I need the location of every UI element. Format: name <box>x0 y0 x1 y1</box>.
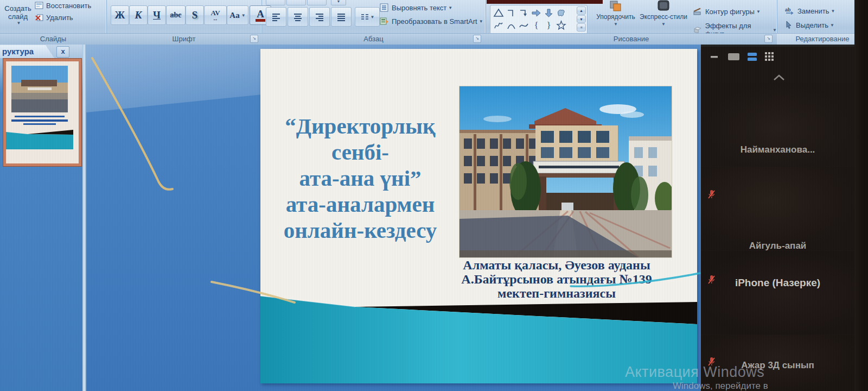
slide-editor[interactable]: “Директорлық сенбі- ата-ана үні” ата-ана… <box>260 49 697 383</box>
gallery-view-icon[interactable] <box>748 53 757 61</box>
align-right-button[interactable] <box>309 7 330 27</box>
ribbon-group-paragraph: ▼ ▼ Выровнять текст ▼ <box>261 0 486 45</box>
cursor-select-icon <box>784 21 793 29</box>
slides-outline-panel: руктура x <box>0 45 82 391</box>
zoom-meeting-panel: Найманханова... Айгуль-апай iPhone (Назе… <box>701 47 854 391</box>
participant-tile[interactable]: Айгуль-апай <box>701 167 854 250</box>
shape-outline-icon <box>693 8 703 16</box>
screen: Создать слайд ▼ Восстановить Удалить Сла… <box>0 0 868 391</box>
replace-button[interactable]: ab Заменить ▼ <box>784 7 835 15</box>
bold-button[interactable]: Ж <box>111 5 129 25</box>
title-line: ата-аналармен <box>260 191 460 217</box>
new-slide-label: Создать <box>4 4 31 12</box>
chevron-down-icon: ▼ <box>614 22 618 27</box>
align-left-icon <box>271 12 281 21</box>
shapes-scroll-down[interactable]: ▼ <box>577 15 586 23</box>
chevron-down-icon: ▼ <box>448 5 452 10</box>
select-button[interactable]: Выделить ▼ <box>784 21 834 29</box>
shape-freeform-icon[interactable] <box>556 8 567 18</box>
title-line: “Директорлық <box>260 113 460 139</box>
paragraph-dialog-launcher[interactable]: ↘ <box>473 35 481 43</box>
change-case-button[interactable]: Aa▼ <box>227 5 248 25</box>
shape-right-arrow-icon[interactable] <box>531 8 542 18</box>
chevron-down-icon: ▼ <box>830 23 834 28</box>
delete-icon <box>35 14 44 22</box>
grid-view-icon[interactable] <box>765 52 775 62</box>
participant-tile[interactable]: iPhone (Назерке) <box>701 251 854 335</box>
chevron-down-icon: ▼ <box>17 21 21 26</box>
speaker-view-icon[interactable] <box>728 53 740 61</box>
justify-button[interactable] <box>331 7 352 27</box>
restore-button[interactable]: Восстановить <box>35 2 91 10</box>
slides-group-label: Слайды <box>0 33 106 45</box>
slide-thumbnail[interactable] <box>3 59 81 166</box>
panel-divider[interactable] <box>82 45 86 391</box>
caption-line: Алматы қаласы, Әуезов ауданы <box>434 258 679 272</box>
shape-right-brace-icon[interactable]: } <box>543 20 554 31</box>
shape-curve-icon[interactable] <box>518 20 529 31</box>
font-dialog-launcher[interactable]: ↘ <box>250 35 258 43</box>
strikethrough-button[interactable]: abc <box>166 5 186 25</box>
chevron-down-icon: ▼ <box>371 15 375 20</box>
participant-tile[interactable]: Найманханова... <box>701 83 854 166</box>
columns-icon <box>360 12 369 21</box>
shape-left-brace-icon[interactable]: { <box>531 20 542 31</box>
ribbon-group-drawing: { } ▲ ▼ ≡ Упорядочить ▼ Экспресс-стили ▼ <box>486 0 777 45</box>
align-left-button[interactable] <box>266 7 286 27</box>
spacing-arrows-icon: ↔ <box>213 16 219 21</box>
title-line: онлайн-кездесу <box>260 217 460 243</box>
paragraph-group-label: Абзац <box>261 33 486 45</box>
close-panel-button[interactable]: x <box>56 46 69 58</box>
columns-button[interactable]: ▼ <box>355 7 380 27</box>
delete-slide-button[interactable]: Удалить <box>35 14 73 22</box>
windows-activation-watermark-line2: Windows, перейдите в <box>673 381 768 391</box>
tab-outline[interactable]: руктура <box>0 45 54 58</box>
titlebar-fragment <box>487 0 603 4</box>
shapes-more-button[interactable]: ≡ <box>577 23 586 31</box>
participant-name: Найманханова... <box>701 144 854 155</box>
ribbon-group-font: Ж К Ч abc S AV ↔ Aa▼ А Шрифт ↘ <box>106 0 262 45</box>
ribbon: Создать слайд ▼ Восстановить Удалить Сла… <box>0 0 868 45</box>
shape-triangle-icon[interactable] <box>493 8 505 18</box>
screen-bezel-edge <box>854 0 868 391</box>
chevron-down-icon: ▼ <box>831 9 835 14</box>
arrange-icon <box>609 0 622 12</box>
chevron-down-icon: ▼ <box>773 28 777 33</box>
shape-down-arrow-icon[interactable] <box>543 8 554 18</box>
character-spacing-button[interactable]: AV ↔ <box>204 5 227 25</box>
align-text-icon <box>380 3 389 12</box>
slide-caption-placeholder[interactable]: Алматы қаласы, Әуезов ауданы А.Байтұрсын… <box>434 258 679 300</box>
drawing-dialog-launcher[interactable]: ↘ <box>764 35 773 43</box>
school-photo[interactable] <box>459 86 672 258</box>
shape-star-icon[interactable] <box>556 20 567 31</box>
convert-to-smartart-button[interactable]: Преобразовать в SmartArt ▼ <box>380 17 483 26</box>
minimize-icon[interactable] <box>711 55 718 59</box>
shape-outline-button[interactable]: Контур фигуры ▼ <box>693 8 761 16</box>
shape-elbow-arrow-icon[interactable] <box>518 8 529 18</box>
drawing-group-label: Рисование <box>486 33 777 45</box>
shape-elbow-connector-icon[interactable] <box>506 8 517 18</box>
align-right-icon <box>315 12 324 21</box>
shape-scribble-icon[interactable] <box>493 20 505 31</box>
replace-icon: ab <box>784 7 795 15</box>
windows-activation-watermark: Активация Windows <box>625 364 764 381</box>
participant-name: Айгуль-апай <box>701 241 854 251</box>
arrange-button[interactable]: Упорядочить ▼ <box>594 0 637 27</box>
shape-arc-icon[interactable] <box>506 20 517 31</box>
italic-button[interactable]: К <box>129 5 148 25</box>
collapse-strip-chevron-icon[interactable] <box>773 74 785 81</box>
shapes-gallery[interactable]: { } ▲ ▼ ≡ <box>490 5 588 34</box>
shapes-scroll-up[interactable]: ▲ <box>577 7 586 15</box>
underline-button[interactable]: Ч <box>148 5 166 25</box>
quick-styles-icon <box>656 0 671 12</box>
chevron-down-icon: ▼ <box>241 13 246 18</box>
new-slide-button[interactable]: Создать слайд ▼ <box>2 4 34 26</box>
chevron-down-icon: ▼ <box>661 22 666 27</box>
align-center-button[interactable] <box>288 7 308 27</box>
text-shadow-button[interactable]: S <box>186 5 204 25</box>
quick-styles-button[interactable]: Экспресс-стили ▼ <box>639 0 688 27</box>
slide-title-placeholder[interactable]: “Директорлық сенбі- ата-ана үні” ата-ана… <box>260 113 460 243</box>
align-text-button[interactable]: Выровнять текст ▼ <box>380 3 452 12</box>
smartart-icon <box>380 17 389 26</box>
restore-layout-icon <box>35 2 44 10</box>
